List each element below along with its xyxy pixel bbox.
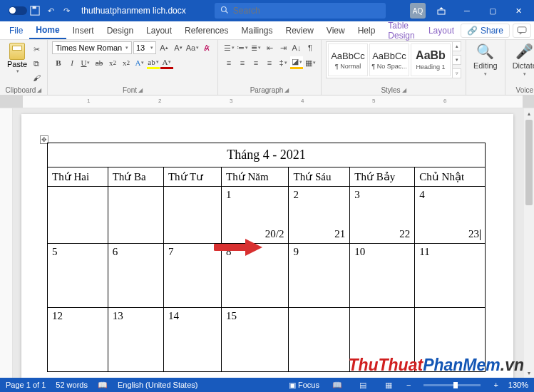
zoom-slider[interactable] <box>423 384 481 386</box>
cell[interactable]: 9 <box>289 244 350 308</box>
zoom-out-button[interactable]: − <box>406 381 411 389</box>
highlight-button[interactable]: ab▾ <box>147 56 160 69</box>
clear-format-button[interactable]: A̷ <box>200 41 213 54</box>
undo-icon[interactable]: ↶ <box>43 3 58 19</box>
align-center-button[interactable]: ≡ <box>236 56 249 69</box>
cell[interactable]: 15 <box>222 308 289 372</box>
cell[interactable]: 12 <box>48 308 108 372</box>
shading-button[interactable]: ◪▾ <box>290 56 303 69</box>
tab-view[interactable]: View <box>320 21 351 39</box>
cut-button[interactable]: ✂ <box>30 43 43 56</box>
cell[interactable]: 10 <box>350 244 415 308</box>
cell[interactable] <box>350 308 415 372</box>
multilevel-button[interactable]: ≣▾ <box>250 41 262 54</box>
superscript-button[interactable]: x2 <box>120 56 133 69</box>
vertical-ruler[interactable] <box>0 108 13 378</box>
shrink-font-button[interactable]: A▾ <box>172 41 185 54</box>
launcher-icon[interactable]: ◢ <box>138 87 143 93</box>
copy-button[interactable]: ⧉ <box>30 57 43 70</box>
tab-table-layout[interactable]: Layout <box>422 21 461 39</box>
minimize-button[interactable]: ─ <box>454 0 480 21</box>
save-icon[interactable] <box>27 3 43 19</box>
cell[interactable]: 7 <box>163 244 221 308</box>
spellcheck-icon[interactable]: 📖 <box>98 381 108 390</box>
align-left-button[interactable]: ≡ <box>222 56 235 69</box>
word-count[interactable]: 52 words <box>56 381 88 389</box>
maximize-button[interactable]: ▢ <box>480 0 505 21</box>
tab-home[interactable]: Home <box>29 21 66 39</box>
cell[interactable]: 14 <box>163 308 221 372</box>
page-indicator[interactable]: Page 1 of 1 <box>6 381 46 389</box>
tab-table-design[interactable]: Table Design <box>381 21 422 39</box>
read-mode-button[interactable]: 📖 <box>329 379 345 391</box>
format-painter-button[interactable]: 🖌 <box>30 71 43 84</box>
font-name-select[interactable]: Times New Roman▾ <box>52 41 132 54</box>
header-thu[interactable]: Thứ Năm <box>222 167 289 187</box>
styles-scroll[interactable]: ▴▾▿ <box>453 41 461 78</box>
cell[interactable]: 221 <box>289 187 350 244</box>
cell[interactable] <box>415 308 486 372</box>
vertical-scrollbar[interactable]: ▴ ▾ <box>524 108 534 378</box>
tab-file[interactable]: File <box>3 21 29 39</box>
style-heading1[interactable]: AaBbHeading 1 <box>411 43 451 76</box>
italic-button[interactable]: I <box>66 56 78 69</box>
document-area[interactable]: ✥ Tháng 4 - 2021 Thứ Hai Thứ Ba Thứ Tư T… <box>13 108 524 378</box>
autosave-toggle[interactable] <box>9 6 27 15</box>
decrease-indent-button[interactable]: ⇤ <box>263 41 276 54</box>
tab-layout[interactable]: Layout <box>140 21 178 39</box>
ribbon-options-icon[interactable] <box>428 0 454 21</box>
cell[interactable]: 5 <box>48 244 108 308</box>
tab-insert[interactable]: Insert <box>66 21 101 39</box>
style-normal[interactable]: AaBbCc¶ Normal <box>328 43 368 76</box>
borders-button[interactable]: ▦▾ <box>304 56 317 69</box>
increase-indent-button[interactable]: ⇥ <box>277 41 289 54</box>
cell[interactable]: 6 <box>108 244 163 308</box>
user-avatar[interactable]: AQ <box>410 3 426 19</box>
editing-button[interactable]: 🔍 Editing ▾ <box>471 41 500 78</box>
font-color-button[interactable]: A▾ <box>160 56 173 69</box>
bullets-button[interactable]: ☰▾ <box>222 41 235 54</box>
cell[interactable]: 11 <box>415 244 486 308</box>
numbering-button[interactable]: ≔▾ <box>236 41 249 54</box>
print-layout-button[interactable]: ▤ <box>355 379 371 391</box>
dictate-button[interactable]: 🎤 Dictate ▾ <box>510 41 534 78</box>
header-fri[interactable]: Thứ Sáu <box>289 167 350 187</box>
cell[interactable]: 423 <box>415 187 486 244</box>
justify-button[interactable]: ≡ <box>263 56 276 69</box>
cell[interactable] <box>108 187 163 244</box>
horizontal-ruler[interactable]: 1 2 3 4 5 6 <box>0 96 534 108</box>
zoom-level[interactable]: 130% <box>508 381 528 389</box>
launcher-icon[interactable]: ◢ <box>402 87 406 93</box>
header-sat[interactable]: Thứ Bảy <box>350 167 415 187</box>
align-right-button[interactable]: ≡ <box>250 56 262 69</box>
tab-help[interactable]: Help <box>351 21 382 39</box>
text-effects-button[interactable]: A▾ <box>133 56 146 69</box>
share-button[interactable]: 🔗 Share <box>461 24 510 38</box>
focus-button[interactable]: ▣ Focus <box>289 381 319 390</box>
language-indicator[interactable]: English (United States) <box>118 381 198 389</box>
comments-button[interactable] <box>513 24 531 38</box>
cell[interactable]: 322 <box>350 187 415 244</box>
show-marks-button[interactable]: ¶ <box>304 41 317 54</box>
tab-design[interactable]: Design <box>101 21 140 39</box>
close-button[interactable]: ✕ <box>505 0 531 21</box>
launcher-icon[interactable]: ◢ <box>284 87 289 93</box>
search-input[interactable] <box>233 6 380 16</box>
tab-references[interactable]: References <box>178 21 235 39</box>
strike-button[interactable]: ab <box>93 56 106 69</box>
header-wed[interactable]: Thứ Tư <box>163 167 221 187</box>
header-mon[interactable]: Thứ Hai <box>48 167 108 187</box>
underline-button[interactable]: U▾ <box>79 56 92 69</box>
cell[interactable]: 120/2 <box>222 187 289 244</box>
header-sun[interactable]: Chủ Nhật <box>415 167 486 187</box>
header-tue[interactable]: Thứ Ba <box>108 167 163 187</box>
launcher-icon[interactable]: ◢ <box>37 87 41 93</box>
tab-mailings[interactable]: Mailings <box>235 21 279 39</box>
tab-review[interactable]: Review <box>279 21 319 39</box>
cell[interactable] <box>48 187 108 244</box>
search-box[interactable] <box>215 3 386 19</box>
redo-icon[interactable]: ↷ <box>58 3 74 19</box>
sort-button[interactable]: A↓ <box>290 41 303 54</box>
font-size-select[interactable]: 13▾ <box>133 41 156 54</box>
grow-font-button[interactable]: A▴ <box>158 41 170 54</box>
